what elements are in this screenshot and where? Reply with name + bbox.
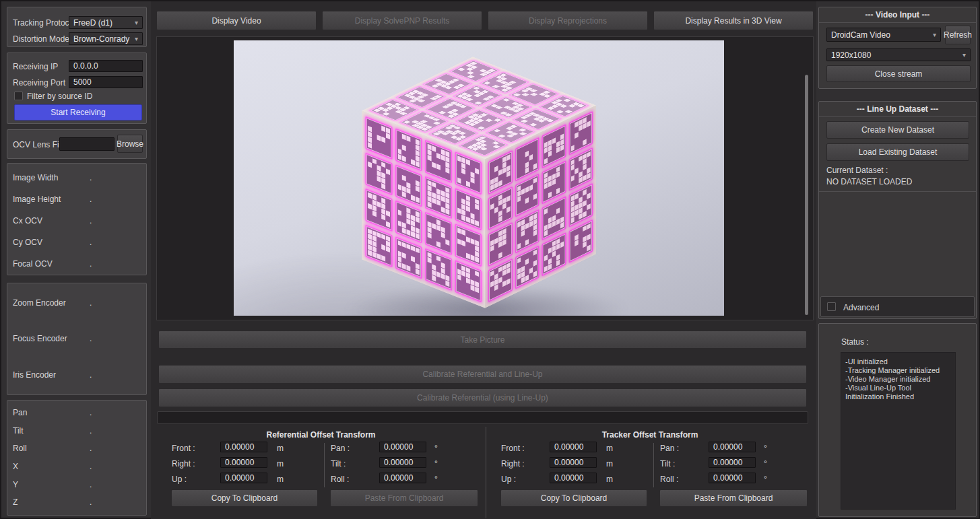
aruco-marker: [455, 260, 482, 303]
calibrate-referential-using-lineup-button[interactable]: Calibrate Referential (using Line-Up): [158, 388, 807, 407]
status-log: -UI initialized -Tracking Manager initia…: [841, 352, 956, 510]
ref-up-input[interactable]: [220, 473, 267, 483]
start-receiving-button[interactable]: Start Receiving: [14, 104, 142, 120]
unit-label: m: [606, 459, 613, 469]
video-device-select[interactable]: DroidCam Video ▾: [826, 28, 941, 42]
aruco-cube: [396, 100, 562, 265]
ref-front-input[interactable]: [220, 442, 267, 452]
vertical-scrollbar[interactable]: [805, 75, 808, 315]
receiving-port-label: Receiving Port: [13, 78, 65, 88]
encoder-label: Iris Encoder: [13, 370, 56, 380]
panel-title: Referential Offset Transform: [157, 430, 485, 440]
advanced-row: Advanced: [820, 296, 975, 317]
create-new-dataset-button[interactable]: Create New Dataset: [826, 121, 969, 139]
distortion-model-value: Brown-Conrady: [73, 34, 129, 44]
pose-label: Y: [13, 480, 18, 489]
unit-label: °: [434, 459, 438, 469]
trk-pan-input[interactable]: [709, 442, 756, 452]
chevron-down-icon: ▾: [933, 31, 936, 38]
pose-group: Pan. Tilt. Roll. X. Y. Z.: [7, 400, 147, 516]
status-group: Status : -UI initialized -Tracking Manag…: [818, 323, 977, 517]
chevron-down-icon: ▾: [135, 35, 138, 42]
pose-label: Roll: [13, 444, 27, 453]
tilt-label: Tilt :: [331, 459, 346, 469]
display-reprojections-button[interactable]: Display Reprojections: [488, 11, 648, 30]
right-label: Right :: [172, 459, 195, 469]
refresh-button[interactable]: Refresh: [945, 26, 971, 44]
video-input-title: --- Video Input ---: [819, 10, 976, 20]
pose-label: X: [13, 462, 18, 471]
distortion-model-select[interactable]: Brown-Conrady ▾: [69, 32, 143, 45]
trk-right-input[interactable]: [550, 457, 597, 468]
unit-label: m: [277, 459, 284, 469]
browse-button[interactable]: Browse: [117, 135, 143, 153]
param-label: Image Height: [13, 195, 61, 204]
camera-params-group: Image Width. Image Height. Cx OCV. Cy OC…: [7, 163, 147, 275]
receiving-port-input[interactable]: [69, 76, 143, 88]
pose-value: .: [90, 444, 92, 453]
status-log-line: -Video Manager initialized: [845, 375, 951, 384]
tracker-offset-panel: Tracker Offset Transform Front : m Right…: [486, 427, 814, 518]
advanced-checkbox[interactable]: [827, 302, 836, 311]
current-dataset-label: Current Dataset :: [826, 166, 888, 175]
pan-label: Pan :: [660, 444, 679, 453]
display-solvepnp-button[interactable]: Display SolvePNP Results: [322, 11, 482, 30]
encoder-label: Zoom Encoder: [13, 298, 66, 308]
divider: [324, 443, 325, 487]
pose-value: .: [90, 480, 92, 489]
ref-paste-clipboard-button[interactable]: Paste From Clipboard: [330, 489, 478, 507]
trk-tilt-input[interactable]: [709, 457, 756, 468]
roll-label: Roll :: [660, 475, 678, 484]
unit-label: m: [277, 475, 284, 484]
aruco-marker: [515, 245, 540, 289]
aruco-marker: [488, 258, 513, 303]
ref-roll-input[interactable]: [379, 473, 426, 483]
close-stream-button[interactable]: Close stream: [826, 65, 971, 82]
protocol-group: Tracking Protocol FreeD (d1) ▾ Distortio…: [7, 7, 147, 47]
ref-right-input[interactable]: [220, 457, 267, 468]
unit-label: °: [434, 475, 438, 484]
receiving-ip-input[interactable]: [69, 60, 143, 72]
front-label: Front :: [172, 444, 195, 453]
status-label: Status :: [841, 337, 869, 347]
video-input-group: --- Video Input --- DroidCam Video ▾ Ref…: [818, 7, 977, 89]
param-value: .: [90, 216, 92, 226]
ref-copy-clipboard-button[interactable]: Copy To Clipboard: [171, 489, 318, 507]
load-existing-dataset-button[interactable]: Load Existing Dataset: [826, 143, 969, 161]
status-log-line: -UI initialized: [845, 357, 951, 366]
pose-value: .: [90, 462, 92, 471]
ref-pan-input[interactable]: [379, 442, 426, 452]
cube-shadow: [345, 284, 628, 316]
trk-copy-clipboard-button[interactable]: Copy To Clipboard: [500, 489, 647, 507]
ocv-lens-file-input[interactable]: [59, 137, 115, 151]
tracking-protocol-select[interactable]: FreeD (d1) ▾: [69, 16, 143, 29]
calibrate-referential-and-lineup-button[interactable]: Calibrate Referential and Line-Up: [158, 365, 807, 384]
display-video-button[interactable]: Display Video: [156, 11, 317, 30]
unit-label: °: [764, 475, 767, 484]
trk-front-input[interactable]: [550, 442, 597, 452]
ref-tilt-input[interactable]: [379, 457, 426, 468]
trk-up-input[interactable]: [550, 473, 597, 483]
take-picture-button[interactable]: Take Picture: [158, 331, 807, 349]
filter-source-id-checkbox[interactable]: [14, 92, 23, 100]
param-label: Focal OCV: [13, 259, 53, 269]
calibration-progress-bar: [157, 411, 808, 424]
video-display-panel: [156, 36, 814, 320]
current-dataset-value: NO DATASET LOADED: [826, 177, 912, 186]
display-3d-view-button[interactable]: Display Results in 3D View: [653, 11, 814, 30]
resolution-select[interactable]: 1920x1080 ▾: [826, 48, 971, 61]
display-mode-button-row: Display Video Display SolvePNP Results D…: [156, 11, 814, 30]
lens-file-group: OCV Lens File Browse: [7, 129, 147, 159]
trk-roll-input[interactable]: [709, 473, 756, 483]
tilt-label: Tilt :: [660, 459, 675, 469]
status-log-line: -Visual Line-Up Tool Initialization Fini…: [845, 384, 951, 401]
status-log-line: -Tracking Manager initialized: [845, 366, 951, 375]
encoder-value: .: [90, 334, 92, 343]
aruco-marker: [425, 248, 452, 291]
trk-paste-clipboard-button[interactable]: Paste From Clipboard: [659, 489, 808, 507]
pose-value: .: [90, 497, 92, 507]
param-value: .: [90, 238, 92, 247]
pose-label: Pan: [13, 408, 27, 417]
param-label: Image Width: [13, 173, 58, 182]
referential-offset-panel: Referential Offset Transform Front : m R…: [157, 427, 485, 518]
